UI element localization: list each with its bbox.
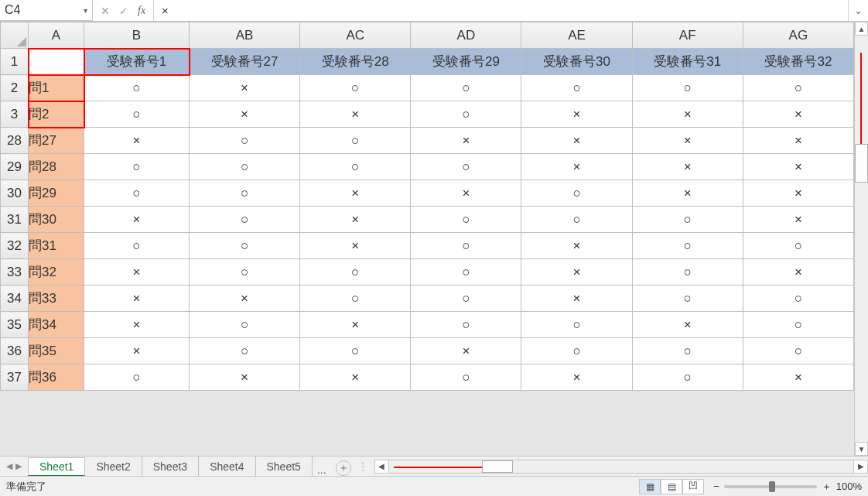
cell-data[interactable]: ○ [632,207,743,233]
zoom-slider-knob[interactable] [769,481,775,492]
fx-icon[interactable]: fx [138,5,145,17]
cell-data[interactable]: ○ [632,259,743,286]
cell-data[interactable]: ○ [521,180,632,207]
cell-data[interactable]: ○ [632,338,743,364]
cell-data[interactable]: × [632,180,743,207]
hscroll-thumb[interactable] [482,460,513,473]
cell-data[interactable]: ○ [743,312,853,338]
view-page-break-button[interactable]: 凹 [682,479,704,494]
cell-data[interactable]: ○ [84,75,190,101]
zoom-slider[interactable] [724,485,817,488]
cell-data[interactable]: × [632,312,743,338]
formula-expand-icon[interactable]: ⌄ [848,0,868,21]
vscroll-track[interactable] [855,36,868,442]
cell-data[interactable]: ○ [743,286,853,312]
cell-data[interactable]: ○ [521,75,632,101]
cell-data[interactable]: ○ [632,364,743,391]
cell-data[interactable]: × [84,312,190,338]
cell-data[interactable]: × [743,101,853,128]
sheet-tab-5[interactable]: Sheet5 [256,457,313,476]
cell-data[interactable]: ○ [300,75,411,101]
cell-data[interactable]: × [743,259,853,286]
cell-data[interactable]: ○ [632,233,743,259]
confirm-icon[interactable]: ✓ [119,5,128,17]
grid-scroll[interactable]: A B AB AC AD AE AF AG 1 受験番号1 受験番号27 受 [0,22,854,456]
cell-data[interactable]: × [521,286,632,312]
cell-data[interactable]: ○ [743,233,853,259]
cell-data[interactable]: ○ [632,286,743,312]
cell-data[interactable]: ○ [190,207,300,233]
cell-data[interactable]: ○ [743,75,853,101]
cell-data[interactable]: × [190,364,300,391]
cell-A31[interactable]: 問30 [29,207,84,233]
cell-data[interactable]: × [190,101,300,128]
select-all-corner[interactable] [1,22,29,49]
sheet-tabs-more[interactable]: ... [313,464,331,476]
cell-data[interactable]: × [521,233,632,259]
cell-data[interactable]: × [521,101,632,128]
cell-data[interactable]: ○ [190,259,300,286]
cell-data[interactable]: ○ [632,75,743,101]
cell-data[interactable]: × [300,180,411,207]
cell-data[interactable]: × [521,259,632,286]
cell-data[interactable]: × [411,128,521,154]
cell-data[interactable]: ○ [84,101,190,128]
tab-nav-prev-icon[interactable]: ◀ [6,461,12,471]
cell-data[interactable]: × [743,180,853,207]
row-header-37[interactable]: 37 [1,364,29,391]
cell-A34[interactable]: 問33 [29,286,84,312]
name-box-dropdown-icon[interactable]: ▾ [84,6,87,15]
zoom-in-button[interactable]: ＋ [822,480,832,494]
formula-content[interactable]: × [154,0,848,21]
cell-data[interactable]: × [632,128,743,154]
cell-A36[interactable]: 問35 [29,338,84,364]
row-header-2[interactable]: 2 [1,75,29,101]
tab-nav-next-icon[interactable]: ▶ [15,461,22,471]
cell-data[interactable]: ○ [84,180,190,207]
cell-data[interactable]: ○ [190,233,300,259]
cell-data[interactable]: × [190,286,300,312]
cancel-icon[interactable]: ✕ [101,5,110,17]
cell-data[interactable]: × [411,180,521,207]
col-header-AC[interactable]: AC [300,22,411,49]
cell-data[interactable]: ○ [84,154,190,180]
vertical-scrollbar[interactable]: ▲ ▼ [854,22,868,456]
cell-data[interactable]: × [743,364,853,391]
row-header-29[interactable]: 29 [1,154,29,180]
cell-data[interactable]: ○ [300,154,411,180]
cell-data[interactable]: ○ [411,75,521,101]
cell-data[interactable]: ○ [411,154,521,180]
cell-A1[interactable] [29,49,84,75]
cell-data[interactable]: ○ [411,259,521,286]
scroll-right-button[interactable]: ▶ [853,460,867,473]
cell-data[interactable]: × [411,338,521,364]
cell-data[interactable]: × [632,154,743,180]
cell-data[interactable]: × [84,207,190,233]
row-header-35[interactable]: 35 [1,312,29,338]
row-header-32[interactable]: 32 [1,233,29,259]
cell-data[interactable]: ○ [300,259,411,286]
cell-data[interactable]: × [632,101,743,128]
cell-A30[interactable]: 問29 [29,180,84,207]
col-header-AE[interactable]: AE [521,22,632,49]
col-header-AB[interactable]: AB [190,22,300,49]
cell-data[interactable]: × [190,75,300,101]
cell-data[interactable]: ○ [411,233,521,259]
cell-data[interactable]: ○ [300,338,411,364]
horizontal-scrollbar[interactable]: ◀ ▶ [374,460,868,474]
cell-data[interactable]: ○ [190,312,300,338]
cell-A35[interactable]: 問34 [29,312,84,338]
name-box[interactable]: C4 ▾ [0,0,93,21]
sheet-tab-1[interactable]: Sheet1 [28,457,85,477]
cell-data[interactable]: × [300,312,411,338]
cell-B1[interactable]: 受験番号1 [84,49,190,75]
col-header-AF[interactable]: AF [632,22,743,49]
cell-data[interactable]: ○ [190,180,300,207]
col-header-AG[interactable]: AG [743,22,853,49]
cell-AC1[interactable]: 受験番号28 [300,49,411,75]
cell-data[interactable]: ○ [411,286,521,312]
cell-data[interactable]: × [300,364,411,391]
cell-data[interactable]: × [84,338,190,364]
cell-data[interactable]: × [84,286,190,312]
cell-AE1[interactable]: 受験番号30 [521,49,632,75]
